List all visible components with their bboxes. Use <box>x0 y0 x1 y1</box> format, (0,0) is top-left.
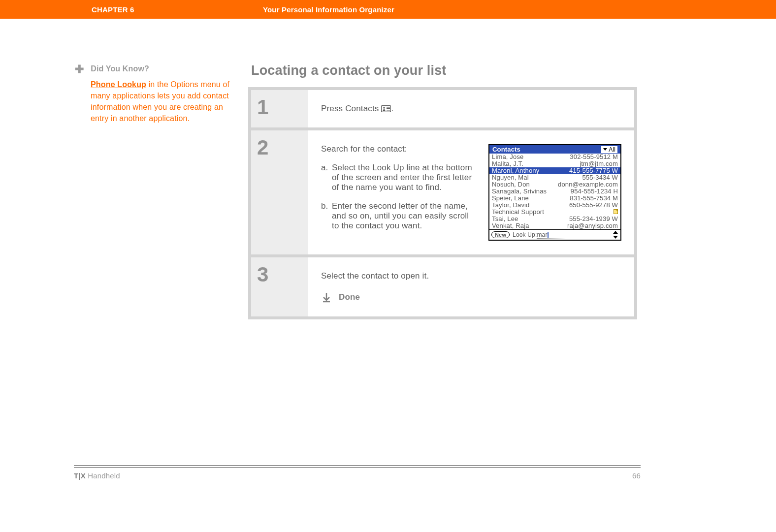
contact-phone: 954-555-1234 H <box>571 188 618 195</box>
contact-phone <box>614 209 618 216</box>
step-1-text-before: Press Contacts <box>321 104 381 113</box>
contact-phone: 415-555-7775 W <box>569 167 618 174</box>
contact-phone: 555-234-1939 W <box>569 216 618 222</box>
palm-contact-row[interactable]: Maroni, Anthony415-555-7775 W <box>489 167 620 174</box>
contact-phone: 831-555-7534 M <box>570 195 618 202</box>
palm-contact-row[interactable]: Lima, Jose302-555-9512 M <box>489 154 620 160</box>
contact-name: Taylor, David <box>492 202 569 209</box>
contact-name: Lima, Jose <box>492 154 570 160</box>
palm-app-title: Contacts <box>492 146 520 153</box>
step-number: 3 <box>251 257 308 316</box>
chapter-title: Your Personal Information Organizer <box>263 5 394 14</box>
contact-name: Sanagala, Srivinas <box>492 188 571 195</box>
svg-point-1 <box>384 107 385 108</box>
chapter-header: CHAPTER 6 Your Personal Information Orga… <box>0 0 776 19</box>
palm-category-label: All <box>609 146 615 153</box>
tip-body: Phone Lookup in the Options menu of many… <box>75 79 237 125</box>
contact-phone: jtm@jtm.com <box>580 160 618 167</box>
plus-icon: ✚ <box>75 62 84 77</box>
page-footer: T|X Handheld 66 <box>74 465 641 480</box>
footer-model: T|X Handheld <box>74 471 120 480</box>
contact-name: Venkat, Raja <box>492 222 567 229</box>
contact-name: Speier, Lane <box>492 195 570 202</box>
contact-phone: 555-3434 W <box>582 174 618 181</box>
sub-letter: b. <box>321 201 332 231</box>
step-number: 1 <box>251 90 308 127</box>
palm-lookup-value: mar <box>537 231 547 238</box>
contact-name: Nguyen, Mai <box>492 174 582 181</box>
contacts-hardware-button-icon <box>381 105 391 112</box>
palm-scroll-arrows-icon[interactable] <box>613 231 618 239</box>
palm-contact-row[interactable]: Sanagala, Srivinas954-555-1234 H <box>489 188 620 195</box>
sub-text: Select the Look Up line at the bottom of… <box>332 163 474 192</box>
step-2: 2 Search for the contact: a. Select the … <box>251 130 634 254</box>
dropdown-triangle-icon <box>603 148 607 151</box>
palm-contact-row[interactable]: Malita, J.T.jtm@jtm.com <box>489 160 620 167</box>
palm-category-dropdown[interactable]: All <box>601 146 617 153</box>
contact-name: Technical Support <box>492 209 614 216</box>
contact-phone: raja@anyisp.com <box>567 222 618 229</box>
steps-frame: 1 Press Contacts <box>248 87 637 319</box>
svg-marker-7 <box>613 231 618 234</box>
contact-phone: 650-555-9278 W <box>569 202 618 209</box>
done-arrow-icon <box>321 292 332 303</box>
footer-model-rest: Handheld <box>86 471 120 480</box>
sidebar-tip: ✚ Did You Know? Phone Lookup in the Opti… <box>75 63 237 319</box>
palm-contact-row[interactable]: Speier, Lane831-555-7534 M <box>489 195 620 202</box>
contact-name: Tsai, Lee <box>492 216 569 222</box>
palm-contact-row[interactable]: Venkat, Rajaraja@anyisp.com <box>489 222 620 229</box>
svg-rect-3 <box>387 108 390 109</box>
page-title: Locating a contact on your list <box>251 63 637 78</box>
palm-contact-row[interactable]: Tsai, Lee555-234-1939 W <box>489 216 620 222</box>
svg-marker-8 <box>613 236 618 239</box>
contact-phone: 302-555-9512 M <box>570 154 618 160</box>
palm-lookup-input[interactable]: mar <box>537 231 566 239</box>
footer-page-number: 66 <box>632 471 641 480</box>
chapter-label: CHAPTER 6 <box>92 5 134 14</box>
footer-model-bold: T|X <box>74 471 86 480</box>
phone-lookup-link[interactable]: Phone Lookup <box>91 80 146 89</box>
done-label: Done <box>339 292 360 302</box>
step-number: 2 <box>251 130 308 254</box>
svg-rect-2 <box>387 107 390 108</box>
palm-contact-row[interactable]: Nguyen, Mai555-3434 W <box>489 174 620 181</box>
step-2b: b. Enter the second letter of the name, … <box>321 201 474 231</box>
svg-rect-4 <box>387 110 390 111</box>
text-cursor-icon <box>548 232 549 238</box>
footer-rule <box>74 465 641 468</box>
tip-heading: Did You Know? <box>91 63 149 74</box>
step-1-text-after: . <box>391 104 393 113</box>
contact-name: Nosuch, Don <box>492 181 558 188</box>
done-indicator: Done <box>321 292 622 303</box>
palm-contact-row[interactable]: Taylor, David650-555-9278 W <box>489 202 620 209</box>
step-1: 1 Press Contacts <box>251 90 634 127</box>
palm-contact-row[interactable]: Technical Support <box>489 209 620 216</box>
palm-lookup-label: Look Up: <box>513 231 537 238</box>
palm-contact-row[interactable]: Nosuch, Dondonn@example.com <box>489 181 620 188</box>
note-icon <box>614 208 618 216</box>
sub-letter: a. <box>321 163 332 192</box>
sub-text: Enter the second letter of the name, and… <box>332 201 474 231</box>
contact-name: Malita, J.T. <box>492 160 580 167</box>
step-2a: a. Select the Look Up line at the bottom… <box>321 163 474 192</box>
palm-new-button[interactable]: New <box>491 231 510 238</box>
contact-phone: donn@example.com <box>558 181 618 188</box>
palm-contacts-screenshot: Contacts All Lima, Jose302-555-9512 MMal… <box>488 144 621 241</box>
step-2-lead: Search for the contact: <box>321 144 474 154</box>
step-3-text: Select the contact to open it. <box>321 271 622 281</box>
step-3: 3 Select the contact to open it. Done <box>251 257 634 316</box>
contact-name: Maroni, Anthony <box>492 167 569 174</box>
